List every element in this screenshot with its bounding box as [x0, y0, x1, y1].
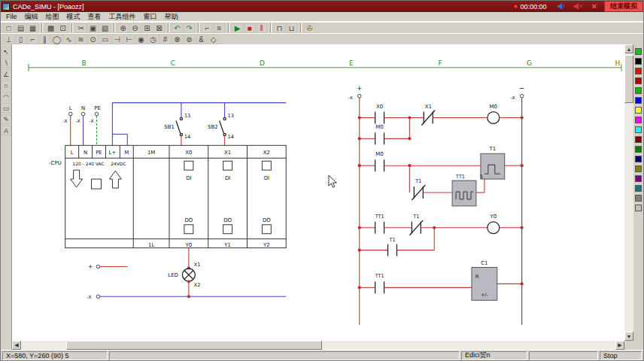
color-swatch-4[interactable] — [635, 87, 642, 94]
sound-mute-icon[interactable] — [571, 2, 585, 11]
contact-x0[interactable]: X0 — [375, 104, 384, 124]
coil-y0[interactable]: Y0 — [488, 214, 500, 234]
print-preview-icon[interactable]: ⊡ — [57, 23, 68, 33]
contact-t1-parallel[interactable]: T1 — [388, 237, 397, 256]
color-swatch-5[interactable] — [635, 97, 642, 104]
coil-m0[interactable]: M0 — [488, 104, 500, 124]
line-tool-icon[interactable]: ∖ — [1, 58, 11, 68]
schematic-canvas[interactable]: B C D E F G H L N PE -X -X — [12, 44, 624, 341]
menu-item-1[interactable]: 编辑 — [21, 11, 42, 23]
contact-tt1-count[interactable]: TT1 — [375, 273, 384, 293]
zoom-fit-icon[interactable]: ⊠ — [153, 23, 165, 33]
negative-rail-terminal[interactable] — [520, 94, 524, 98]
color-swatch-2[interactable] — [635, 68, 642, 74]
contact-tt1-out[interactable]: TT1 — [375, 214, 384, 234]
zoom-out-icon[interactable]: ⊖ — [129, 23, 141, 33]
menu-item-4[interactable]: 查看 — [84, 11, 105, 23]
sb1-pushbutton[interactable]: 13 14 SB1 — [164, 103, 190, 146]
simulate-play-icon[interactable]: ▶ — [232, 23, 243, 33]
vscroll-thumb[interactable] — [624, 55, 633, 103]
terminal-pe[interactable] — [95, 112, 99, 116]
color-swatch-0[interactable] — [635, 48, 642, 55]
menu-item-5[interactable]: 工具组件 — [105, 11, 140, 23]
rectangle-tool-icon[interactable]: ▭ — [1, 103, 11, 113]
logic-probe-icon[interactable]: ⊔ — [286, 23, 297, 33]
color-swatch-12[interactable] — [635, 165, 642, 172]
terminal-l[interactable] — [68, 112, 72, 116]
text-tool-icon[interactable]: A — [1, 126, 11, 135]
pencil-tool-icon[interactable]: ✎ — [1, 114, 11, 124]
save-file-icon[interactable]: ▦ — [27, 23, 38, 33]
menu-item-2[interactable]: 绘图 — [42, 11, 63, 23]
color-swatch-14[interactable] — [635, 185, 642, 192]
component-fuse-icon[interactable]: ▯ — [15, 35, 26, 44]
color-swatch-16[interactable] — [635, 205, 642, 211]
horizontal-scrollbar[interactable]: ◀ ▶ — [12, 341, 624, 350]
contact-t1-nc[interactable]: T1 — [412, 178, 425, 200]
component-lamp-icon[interactable]: ⊗ — [172, 35, 183, 44]
zoom-in-icon[interactable]: ⊕ — [117, 23, 129, 33]
arc-tool-icon[interactable]: ◠ — [1, 92, 11, 102]
menu-item-3[interactable]: 模式 — [63, 11, 84, 23]
component-motor-icon[interactable]: ◯ — [51, 35, 62, 44]
component-contact-icon[interactable]: ⊣ — [111, 35, 123, 44]
scroll-left-icon[interactable]: ◀ — [12, 341, 21, 350]
scroll-right-icon[interactable]: ▶ — [615, 341, 624, 350]
timer-block-t1[interactable]: T1 — [481, 146, 505, 179]
component-plc-icon[interactable]: ▭ — [99, 35, 111, 44]
print-icon[interactable]: ▩ — [45, 23, 56, 33]
hscroll-track[interactable] — [21, 341, 615, 350]
common-terminal[interactable] — [96, 295, 100, 299]
redo-icon[interactable]: ↷ — [184, 23, 195, 33]
component-logic-icon[interactable]: & — [196, 35, 207, 44]
select-tool-icon[interactable]: ↖ — [1, 47, 11, 56]
lock-key-icon[interactable]: ✇ — [304, 23, 315, 33]
open-file-icon[interactable]: ▤ — [15, 23, 26, 33]
contact-x1-nc[interactable]: X1 — [421, 104, 435, 126]
component-button-icon[interactable]: ⊚ — [184, 35, 195, 44]
component-terminal-icon[interactable]: ⊙ — [87, 35, 99, 44]
component-relay-icon[interactable]: ◉ — [135, 35, 147, 44]
component-coil-icon[interactable]: ⊢ — [123, 35, 135, 44]
sb2-pushbutton[interactable]: 13 14 SB2 — [208, 103, 234, 146]
color-swatch-7[interactable] — [635, 117, 642, 123]
menu-item-6[interactable]: 窗口 — [140, 11, 161, 23]
new-file-icon[interactable]: □ — [3, 23, 14, 33]
color-swatch-1[interactable] — [635, 58, 642, 65]
color-swatch-11[interactable] — [635, 156, 642, 162]
sound-on-icon[interactable] — [554, 2, 568, 11]
cut-icon[interactable]: ✂ — [75, 23, 87, 33]
scroll-down-icon[interactable]: ▼ — [624, 332, 633, 341]
component-breaker-icon[interactable]: ⌐ — [27, 35, 38, 44]
ellipse-tool-icon[interactable]: ○ — [1, 80, 11, 90]
simulate-stop-icon[interactable]: ■ — [244, 23, 255, 33]
scroll-up-icon[interactable]: ▲ — [624, 44, 633, 53]
menu-item-0[interactable]: File — [2, 12, 21, 21]
paste-icon[interactable]: ▧ — [99, 23, 111, 33]
color-swatch-6[interactable] — [635, 107, 642, 114]
contact-t1-nc-2[interactable]: T1 — [409, 214, 423, 235]
close-icon[interactable]: ✕ — [588, 2, 601, 11]
logic-state-icon[interactable]: ⊓ — [274, 23, 285, 33]
component-contactor-icon[interactable]: ∥ — [39, 35, 50, 44]
vscroll-track[interactable] — [624, 53, 633, 332]
copy-icon[interactable]: ▣ — [87, 23, 99, 33]
component-cable-icon[interactable]: ≋ — [75, 35, 87, 44]
undo-icon[interactable]: ↶ — [172, 23, 183, 33]
plus-terminal[interactable] — [96, 265, 100, 268]
polyline-tool-icon[interactable]: ∠ — [1, 69, 11, 79]
contact-m0-seal[interactable]: M0 — [375, 124, 384, 144]
color-swatch-9[interactable] — [635, 136, 642, 143]
end-simulation-button[interactable]: 结束模拟 — [604, 1, 643, 12]
component-power-icon[interactable]: ⊥ — [3, 35, 14, 44]
wire-mode-icon[interactable]: ⌐ — [202, 23, 213, 33]
menu-item-7[interactable]: 帮助 — [161, 11, 182, 23]
terminal-n[interactable] — [81, 112, 85, 116]
zoom-window-icon[interactable]: ⊞ — [141, 23, 153, 33]
color-swatch-3[interactable] — [635, 77, 642, 84]
bus-mode-icon[interactable]: ≡ — [214, 23, 225, 33]
color-swatch-8[interactable] — [635, 126, 642, 133]
color-swatch-15[interactable] — [635, 195, 642, 202]
contact-m0-timer[interactable]: M0 — [375, 151, 384, 171]
color-swatch-10[interactable] — [635, 146, 642, 153]
